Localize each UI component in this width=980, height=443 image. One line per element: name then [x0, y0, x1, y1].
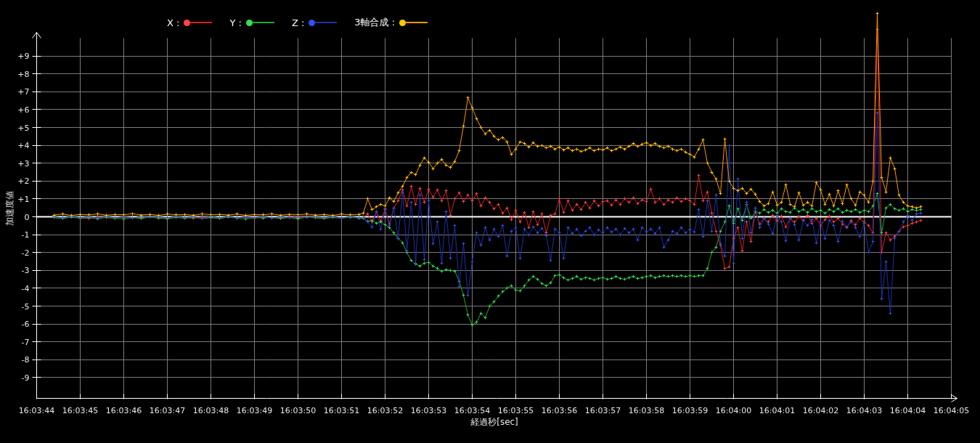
legend-label-composite: 3軸合成 : — [354, 16, 395, 29]
y-series-line-icon — [253, 22, 274, 23]
chart-legend: X : Y : Z : 3軸合成 : — [167, 16, 428, 29]
z-series-line-icon — [315, 22, 337, 23]
legend-item-z: Z : — [292, 17, 337, 28]
legend-item-y: Y : — [229, 17, 274, 28]
y-axis-title: 加速度値 — [4, 191, 17, 226]
y-series-dot-icon — [246, 20, 253, 26]
x-series-line-icon — [190, 22, 212, 23]
legend-item-composite: 3軸合成 : — [354, 16, 428, 29]
legend-label-z: Z : — [292, 17, 304, 28]
z-series-dot-icon — [309, 20, 315, 26]
x-series-dot-icon — [184, 20, 190, 26]
x-axis-title: 経過秒[sec] — [470, 416, 518, 428]
composite-series-dot-icon — [399, 20, 406, 26]
legend-label-x: X : — [167, 17, 179, 28]
chart-root: X : Y : Z : 3軸合成 : 加速度値 経過秒[sec] — [0, 0, 980, 443]
chart-canvas — [0, 0, 980, 443]
legend-label-y: Y : — [229, 17, 241, 28]
legend-item-x: X : — [167, 17, 212, 28]
composite-series-line-icon — [406, 22, 428, 23]
